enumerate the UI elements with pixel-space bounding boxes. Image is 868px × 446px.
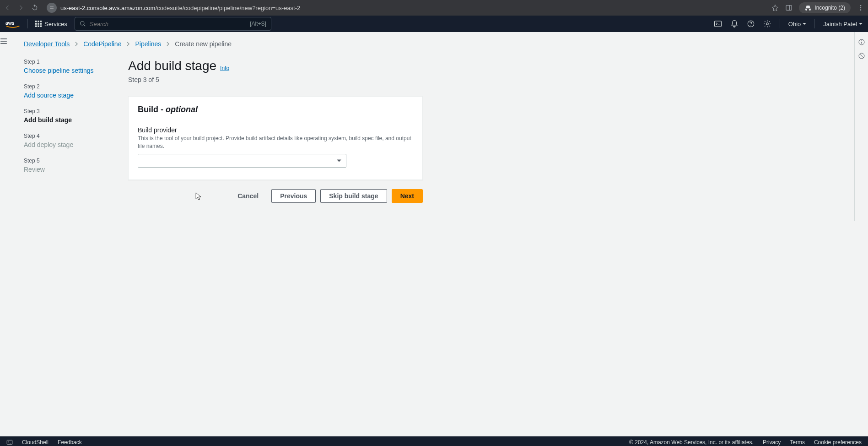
- breadcrumb-codepipeline[interactable]: CodePipeline: [83, 40, 121, 48]
- step-1[interactable]: Step 1 Choose pipeline settings: [24, 59, 106, 74]
- step-title[interactable]: Choose pipeline settings: [24, 67, 106, 74]
- field-desc: This is the tool of your build project. …: [138, 135, 413, 150]
- build-provider-field: Build provider This is the tool of your …: [138, 126, 413, 168]
- star-icon[interactable]: [771, 4, 779, 11]
- svg-rect-13: [38, 26, 39, 27]
- services-menu[interactable]: Services: [35, 21, 67, 27]
- field-label: Build provider: [138, 126, 413, 134]
- browser-nav: [4, 4, 38, 11]
- svg-rect-12: [35, 26, 37, 27]
- step-title: Add deploy stage: [24, 141, 106, 148]
- reload-icon[interactable]: [31, 4, 38, 11]
- next-button[interactable]: Next: [392, 189, 423, 203]
- svg-rect-14: [40, 26, 42, 27]
- step-num: Step 2: [24, 83, 106, 90]
- separator: [814, 19, 815, 28]
- bell-icon[interactable]: [730, 20, 739, 28]
- svg-rect-22: [0, 41, 7, 42]
- caret-down-icon: [803, 23, 806, 25]
- svg-rect-8: [40, 21, 42, 22]
- step-2[interactable]: Step 2 Add source stage: [24, 83, 106, 99]
- svg-rect-0: [786, 5, 792, 11]
- site-info-icon[interactable]: [47, 3, 57, 13]
- services-label: Services: [44, 21, 67, 27]
- aws-logo-icon[interactable]: aws: [5, 19, 20, 28]
- help-icon[interactable]: [747, 20, 755, 28]
- svg-text:aws: aws: [5, 21, 15, 26]
- breadcrumb-pipelines[interactable]: Pipelines: [135, 40, 161, 48]
- svg-rect-7: [38, 21, 39, 22]
- step-title[interactable]: Add source stage: [24, 92, 106, 99]
- info-link[interactable]: Info: [220, 65, 229, 71]
- svg-line-16: [84, 25, 86, 27]
- chevron-right-icon: [166, 40, 170, 48]
- back-icon[interactable]: [4, 4, 11, 11]
- incognito-label: Incognito (2): [814, 5, 845, 11]
- step-num: Step 4: [24, 133, 106, 139]
- svg-rect-21: [0, 38, 7, 39]
- svg-rect-6: [35, 21, 37, 22]
- step-num: Step 3: [24, 108, 106, 114]
- forward-icon[interactable]: [17, 4, 25, 11]
- incognito-badge[interactable]: Incognito (2): [799, 2, 851, 13]
- browser-right: Incognito (2): [771, 2, 864, 13]
- info-panel-icon[interactable]: [858, 38, 865, 46]
- search-input[interactable]: [90, 21, 246, 27]
- region-label: Ohio: [788, 21, 801, 27]
- svg-rect-23: [0, 43, 7, 44]
- step-3: Step 3 Add build stage: [24, 108, 106, 124]
- search-icon: [80, 21, 86, 27]
- side-nav-toggle[interactable]: [0, 32, 7, 221]
- breadcrumb-current: Create new pipeline: [175, 40, 232, 48]
- hamburger-icon: [0, 38, 7, 44]
- aws-header: aws Services [Alt+S] Ohio Jainish Patel: [0, 16, 868, 32]
- svg-point-20: [766, 23, 769, 25]
- step-num: Step 1: [24, 59, 106, 65]
- layout: Step 1 Choose pipeline settings Step 2 A…: [24, 59, 836, 203]
- card-title: Build - optional: [138, 105, 413, 114]
- aux-rail: [854, 32, 868, 221]
- content: Developer Tools CodePipeline Pipelines C…: [7, 32, 854, 221]
- svg-point-26: [861, 40, 862, 41]
- region-selector[interactable]: Ohio: [788, 21, 806, 27]
- address-bar[interactable]: us-east-2.console.aws.amazon.com/codesui…: [47, 3, 767, 13]
- actions-row: Cancel Previous Skip build stage Next: [128, 189, 423, 203]
- step-num: Step 5: [24, 158, 106, 164]
- card-title-optional: optional: [166, 105, 198, 114]
- breadcrumbs: Developer Tools CodePipeline Pipelines C…: [24, 40, 836, 48]
- url-text: us-east-2.console.aws.amazon.com/codesui…: [60, 5, 300, 11]
- card-title-prefix: Build -: [138, 105, 166, 114]
- svg-rect-9: [35, 23, 37, 25]
- build-provider-select[interactable]: [138, 154, 346, 168]
- step-title: Review: [24, 166, 106, 173]
- skip-button[interactable]: Skip build stage: [320, 189, 387, 203]
- sub-step: Step 3 of 5: [128, 76, 423, 83]
- chevron-right-icon: [126, 40, 130, 48]
- step-4: Step 4 Add deploy stage: [24, 133, 106, 148]
- previous-button[interactable]: Previous: [271, 189, 316, 203]
- svg-point-3: [860, 7, 862, 9]
- svg-point-15: [81, 22, 84, 25]
- search-box[interactable]: [Alt+S]: [75, 17, 271, 31]
- breadcrumb-dev-tools[interactable]: Developer Tools: [24, 40, 70, 48]
- cancel-button[interactable]: Cancel: [229, 189, 267, 203]
- user-menu[interactable]: Jainish Patel: [823, 21, 863, 27]
- clock-panel-icon[interactable]: [858, 52, 865, 60]
- wizard-steps: Step 1 Choose pipeline settings Step 2 A…: [24, 59, 106, 203]
- page-title: Add build stage: [128, 59, 216, 73]
- panel-icon[interactable]: [785, 4, 793, 11]
- svg-point-2: [860, 5, 862, 6]
- menu-dots-icon[interactable]: [857, 4, 864, 11]
- caret-down-icon: [337, 159, 341, 162]
- svg-rect-10: [38, 23, 39, 25]
- caret-down-icon: [859, 23, 863, 25]
- cloudshell-icon[interactable]: [714, 20, 722, 28]
- build-card: Build - optional Build provider This is …: [128, 96, 423, 180]
- browser-toolbar: us-east-2.console.aws.amazon.com/codesui…: [0, 0, 868, 16]
- separator: [27, 19, 28, 28]
- step-5: Step 5 Review: [24, 158, 106, 173]
- header-right: Ohio Jainish Patel: [714, 19, 863, 28]
- chevron-right-icon: [74, 40, 79, 48]
- user-label: Jainish Patel: [823, 21, 857, 27]
- gear-icon[interactable]: [763, 20, 771, 28]
